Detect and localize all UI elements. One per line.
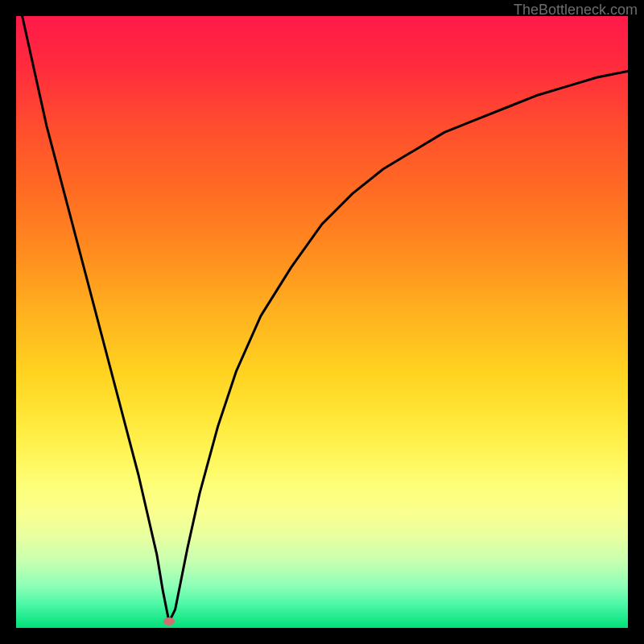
optimal-point-marker	[163, 617, 175, 625]
watermark-text: TheBottleneck.com	[514, 2, 638, 19]
chart-frame: TheBottleneck.com	[0, 0, 644, 644]
bottleneck-curve	[23, 16, 628, 621]
curve-svg	[16, 16, 628, 628]
plot-area	[16, 16, 628, 628]
curve-layer	[16, 16, 628, 628]
